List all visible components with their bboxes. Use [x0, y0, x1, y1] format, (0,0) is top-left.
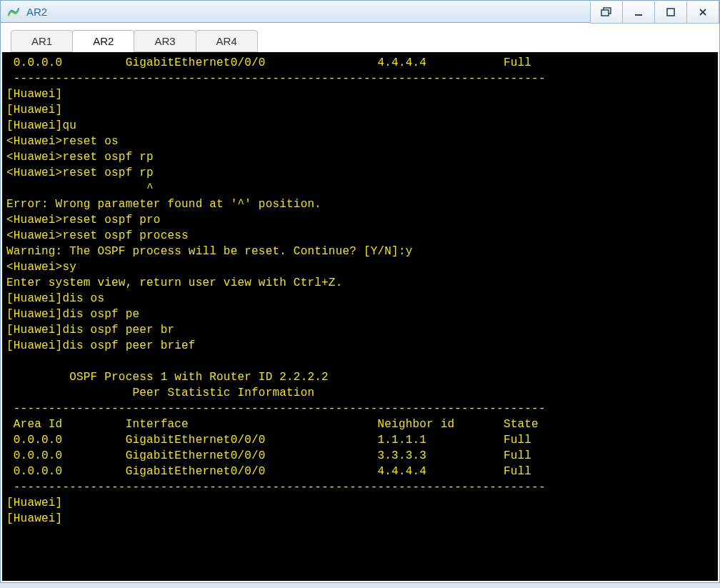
- tabs-row: AR1AR2AR3AR4: [0, 23, 720, 52]
- title-bar: AR2: [0, 0, 720, 23]
- svg-rect-1: [601, 10, 609, 16]
- terminal-area: 0.0.0.0 GigabitEthernet0/0/0 4.4.4.4 Ful…: [0, 52, 720, 583]
- window-controls: [590, 1, 719, 22]
- tab-ar2[interactable]: AR2: [72, 30, 134, 52]
- window-title: AR2: [26, 6, 590, 18]
- restore-window-button[interactable]: [590, 1, 623, 24]
- restore-icon: [601, 7, 612, 17]
- tab-ar4[interactable]: AR4: [196, 30, 258, 52]
- svg-rect-3: [667, 9, 674, 16]
- terminal-output[interactable]: 0.0.0.0 GigabitEthernet0/0/0 4.4.4.4 Ful…: [2, 52, 718, 581]
- minimize-button[interactable]: [622, 1, 655, 24]
- tab-ar1[interactable]: AR1: [11, 30, 73, 52]
- maximize-button[interactable]: [654, 1, 687, 24]
- maximize-icon: [666, 7, 676, 17]
- close-icon: [698, 7, 708, 17]
- tab-ar3[interactable]: AR3: [134, 30, 196, 52]
- app-icon: [5, 3, 22, 20]
- minimize-icon: [634, 7, 644, 17]
- close-button[interactable]: [686, 1, 719, 24]
